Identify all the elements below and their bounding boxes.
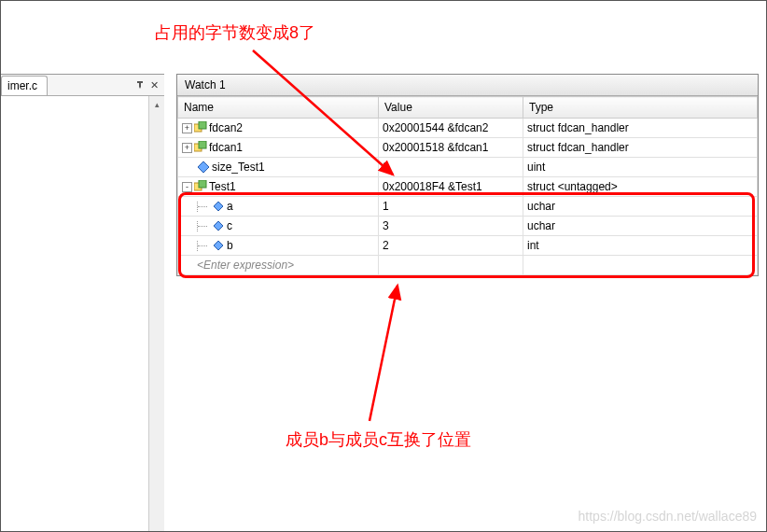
row-name: fdcan2 (209, 121, 243, 134)
row-name: c (227, 219, 232, 232)
expander-icon[interactable]: + (182, 143, 192, 153)
member-icon (212, 239, 225, 252)
svg-marker-11 (214, 241, 223, 250)
variable-icon (197, 161, 210, 174)
svg-rect-3 (199, 121, 206, 129)
row-type: uchar (523, 197, 758, 217)
row-value: 0x20001518 &fdcan1 (379, 138, 523, 158)
scrollbar[interactable]: ▴ (148, 96, 164, 531)
table-row[interactable]: +fdcan20x20001544 &fdcan2struct fdcan_ha… (178, 119, 758, 138)
watermark: https://blog.csdn.net/wallace89 (579, 509, 757, 524)
row-type: struct fdcan_handler (523, 138, 758, 158)
svg-marker-10 (214, 221, 223, 231)
header-value[interactable]: Value (379, 97, 523, 119)
table-row[interactable]: a1uchar (178, 197, 758, 217)
svg-rect-5 (199, 141, 206, 148)
left-panel: imer.c ✕ ▴ (1, 74, 164, 531)
editor-tab-label: imer.c (7, 79, 37, 92)
pin-icon[interactable] (135, 78, 145, 91)
arrow-bottom (360, 281, 416, 430)
tree-connector (197, 241, 210, 251)
table-row[interactable]: size_Test18uint (178, 158, 758, 177)
header-name[interactable]: Name (178, 97, 379, 119)
watch-table: Name Value Type +fdcan20x20001544 &fdcan… (177, 96, 758, 275)
annotation-top: 占用的字节数变成8了 (155, 21, 315, 44)
svg-marker-9 (214, 202, 223, 211)
tree-connector (197, 221, 210, 231)
watch-title: Watch 1 (177, 75, 758, 96)
row-type: struct fdcan_handler (523, 119, 758, 138)
member-icon (212, 200, 225, 213)
row-value: 1 (379, 197, 523, 217)
row-type: uint (523, 158, 758, 177)
row-value: 0x200018F4 &Test1 (379, 177, 523, 197)
editor-content (1, 96, 148, 531)
annotation-bottom: 成员b与成员c互换了位置 (286, 428, 471, 451)
tree-connector (197, 202, 210, 212)
svg-marker-6 (198, 161, 209, 173)
row-value: 8 (379, 158, 523, 177)
row-name: b (227, 239, 233, 252)
row-name: Test1 (209, 180, 236, 193)
scroll-up-icon[interactable]: ▴ (149, 96, 164, 112)
expander-icon[interactable]: - (182, 182, 192, 192)
row-value: 0x20001544 &fdcan2 (379, 119, 523, 138)
row-name: fdcan1 (209, 141, 243, 154)
row-type: struct <untagged> (523, 177, 758, 197)
table-row[interactable]: b2int (178, 236, 758, 256)
enter-expression-row[interactable]: <Enter expression> (178, 256, 758, 275)
table-row[interactable]: c3uchar (178, 217, 758, 236)
header-type[interactable]: Type (523, 97, 758, 119)
row-value: 2 (379, 236, 523, 256)
row-name: size_Test1 (212, 161, 265, 174)
member-icon (212, 219, 225, 232)
expander-icon[interactable]: + (182, 123, 192, 133)
close-icon[interactable]: ✕ (150, 79, 159, 91)
row-type: int (523, 236, 758, 256)
svg-line-1 (370, 286, 397, 421)
editor-tab-row: imer.c ✕ (1, 75, 164, 95)
svg-rect-8 (199, 180, 206, 188)
row-type: uchar (523, 217, 758, 236)
struct-icon (194, 180, 207, 193)
struct-icon (194, 141, 207, 154)
editor-tab[interactable]: imer.c (1, 76, 48, 95)
table-row[interactable]: -Test10x200018F4 &Test1struct <untagged> (178, 177, 758, 197)
watch-panel: Watch 1 Name Value Type +fdcan20x2000154… (176, 74, 759, 276)
row-value: 3 (379, 217, 523, 236)
table-row[interactable]: +fdcan10x20001518 &fdcan1struct fdcan_ha… (178, 138, 758, 158)
struct-icon (194, 121, 207, 134)
enter-expression-label: <Enter expression> (197, 259, 294, 272)
row-name: a (227, 200, 233, 213)
